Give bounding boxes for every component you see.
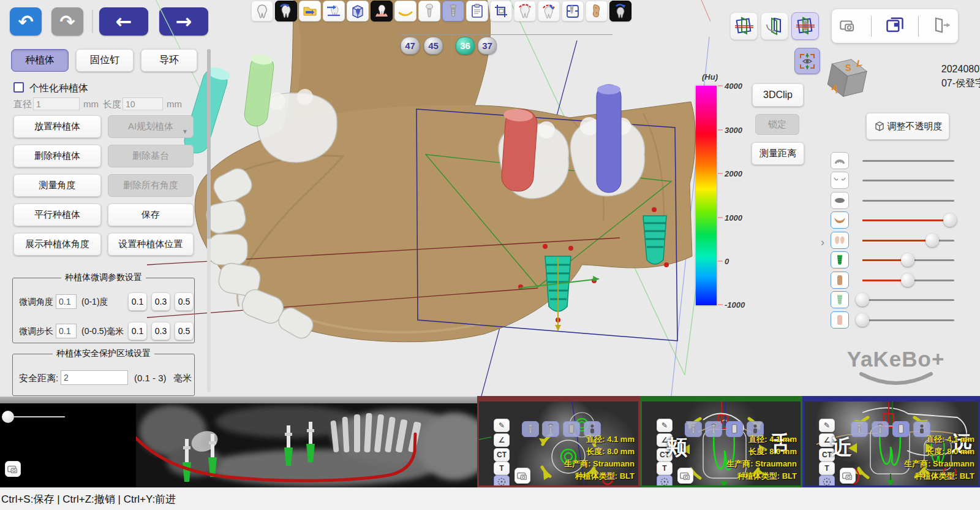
ct2-implant-a-button[interactable] (685, 421, 702, 437)
undo-button[interactable]: ↶ (10, 7, 42, 36)
pano-screenshot-button[interactable] (5, 461, 21, 477)
ct1-implant-info: 直径: 4.1 mm 长度: 8.0 mm 生产商: Straumann 种植体… (564, 433, 635, 487)
ct1-target-button[interactable] (494, 475, 510, 487)
ct3-screenshot-button[interactable] (840, 468, 856, 484)
pano-slider-handle[interactable] (2, 411, 14, 423)
tooth-gums-icon[interactable] (371, 1, 393, 21)
ct2-label-left: 颊 (666, 433, 687, 462)
orientation-cube[interactable]: S A L (826, 56, 869, 101)
adjust-opacity-button[interactable]: 调整不透明度 (866, 113, 949, 140)
panoramic-image[interactable] (136, 403, 477, 487)
cube-letter-top: S (845, 62, 851, 72)
ct1-t-button[interactable]: T (494, 462, 510, 475)
ai-plan-button[interactable]: AI规划植体 ▼ (108, 115, 194, 138)
ct-view-mesiodistal[interactable]: ✎ ∠ CT T 近 远 直径: 4.1 mm 长度: 8.0 mm 生产商: … (802, 396, 980, 487)
ct3-t-button[interactable]: T (819, 462, 835, 475)
pano-slider-track[interactable] (10, 416, 65, 417)
save-project-button[interactable] (886, 17, 904, 36)
measure-distance-button[interactable]: 测量距离 (752, 142, 804, 165)
ct-view-buccolingual[interactable]: ✎ ∠ CT T 颊 舌 直径: 4.1 mm 长度: 8.0 mm 生产商: … (640, 396, 802, 487)
angle-preset-1[interactable]: 0.1 (128, 292, 147, 311)
ct2-pencil-button[interactable]: ✎ (657, 419, 673, 432)
diameter-input[interactable] (33, 97, 80, 110)
tooth-arc-icon[interactable] (514, 1, 536, 21)
angle-preset-3[interactable]: 0.5 (175, 292, 194, 311)
safety-distance-input[interactable] (61, 370, 128, 385)
exit-button[interactable] (933, 17, 951, 36)
crop-icon[interactable] (490, 1, 512, 21)
screenshot-button[interactable] (839, 17, 857, 36)
angle-step-input[interactable] (56, 294, 77, 309)
tooth-badge-37[interactable]: 37 (478, 37, 497, 55)
ct2-t-button[interactable]: T (657, 462, 673, 475)
tab-fixation-pin[interactable]: 固位钉 (76, 49, 134, 72)
ct2-target-button[interactable] (657, 475, 673, 487)
delete-all-angles-button[interactable]: 删除所有角度 (108, 174, 194, 197)
tooth-box-icon[interactable] (347, 1, 369, 21)
panoramic-panel[interactable] (0, 397, 477, 487)
tooth-badge-45[interactable]: 45 (424, 37, 443, 55)
tab-implant[interactable]: 种植体 (11, 49, 69, 72)
ct1-screenshot-button[interactable] (514, 468, 530, 484)
save-button[interactable]: 保存 (108, 204, 194, 226)
ct1-angle-button[interactable]: ∠ (494, 433, 510, 447)
occlusal-plane-icon[interactable] (323, 1, 345, 21)
tooth-tool-icon[interactable] (251, 1, 273, 21)
move-preset-2[interactable]: 0.3 (151, 322, 170, 340)
shortcut-hints: Ctrl+S:保存 | Ctrl+Z:撤销 | Ctrl+Y:前进 (1, 492, 176, 506)
crown-implant-icon[interactable] (418, 1, 440, 21)
move-step-input[interactable] (56, 324, 77, 338)
measure-angle-button[interactable]: 测量角度 (13, 174, 101, 197)
tooth-export-icon[interactable] (275, 1, 297, 21)
3dclip-button[interactable]: 3DClip (752, 83, 804, 107)
ct3-pencil-button[interactable]: ✎ (819, 419, 835, 432)
fine-tune-group: 种植体微调参数设置 微调角度 (0-1)度 0.1 0.3 0.5 微调步长 (… (12, 272, 195, 343)
delete-implant-button[interactable]: 删除种植体 (13, 145, 101, 167)
set-implant-position-button[interactable]: 设置种植体位置 (108, 233, 194, 256)
ct1-implant-a-button[interactable] (522, 421, 539, 437)
window-toolbar (832, 9, 958, 43)
implant-case-icon[interactable] (562, 1, 584, 21)
ai-plan-label: AI规划植体 (128, 121, 173, 132)
slider-group-chevron[interactable]: › (821, 236, 824, 249)
show-implant-angle-button[interactable]: 展示种植体角度 (13, 233, 101, 256)
safety-distance-label: 安全距离: (19, 373, 58, 384)
delete-abutment-button[interactable]: 删除基台 (108, 145, 194, 167)
ct1-ct-button[interactable]: CT (494, 448, 510, 462)
redo-button[interactable]: ↷ (51, 7, 83, 36)
ct1-pencil-button[interactable]: ✎ (494, 419, 510, 432)
ct3-implant-a-button[interactable] (851, 421, 868, 437)
lock-button[interactable]: 锁定 (755, 114, 799, 135)
bone-graft-icon[interactable] (586, 1, 608, 21)
tooth-export-dark-icon[interactable] (609, 1, 631, 21)
angle-preset-2[interactable]: 0.3 (151, 292, 170, 311)
focus-view-button[interactable] (794, 48, 820, 74)
adjust-opacity-label: 调整不透明度 (888, 121, 943, 132)
treatment-plan-icon[interactable] (466, 1, 488, 21)
ct3-target-button[interactable] (819, 475, 835, 487)
tooth-badge-36[interactable]: 36 (456, 37, 475, 55)
length-input[interactable] (123, 97, 163, 110)
ct1-implant-b-button[interactable] (542, 421, 559, 437)
tab-guide-ring[interactable]: 导环 (141, 49, 197, 72)
ct2-screenshot-button[interactable] (677, 468, 693, 484)
angle-step-label: 微调角度 (19, 297, 53, 308)
left-panel-scrollbar[interactable] (207, 49, 211, 392)
pano-curve-icon[interactable] (394, 1, 417, 21)
axial-planes-button[interactable] (730, 12, 758, 40)
rotate-plane-button[interactable] (761, 12, 788, 40)
pano-title-bar (0, 397, 477, 403)
ct3-implant-b-button[interactable] (872, 421, 889, 437)
move-preset-3[interactable]: 0.5 (175, 322, 194, 340)
parallel-implant-button[interactable]: 平行种植体 (13, 204, 101, 226)
tooth-badge-47[interactable]: 47 (401, 37, 420, 55)
ct-view-axial[interactable]: ✎ ∠ CT T 直径: 4.1 mm 长度: 8.0 mm 生产商: Stra… (477, 396, 640, 487)
tooth-repair-icon[interactable] (538, 1, 560, 21)
implant-tool-icon[interactable] (442, 1, 464, 21)
ct2-implant-b-button[interactable] (705, 421, 722, 437)
move-preset-1[interactable]: 0.1 (128, 322, 147, 340)
place-implant-button[interactable]: 放置种植体 (13, 115, 101, 138)
all-planes-button[interactable] (791, 12, 819, 40)
open-folder-icon[interactable] (299, 1, 321, 21)
custom-implant-checkbox[interactable] (13, 82, 24, 93)
